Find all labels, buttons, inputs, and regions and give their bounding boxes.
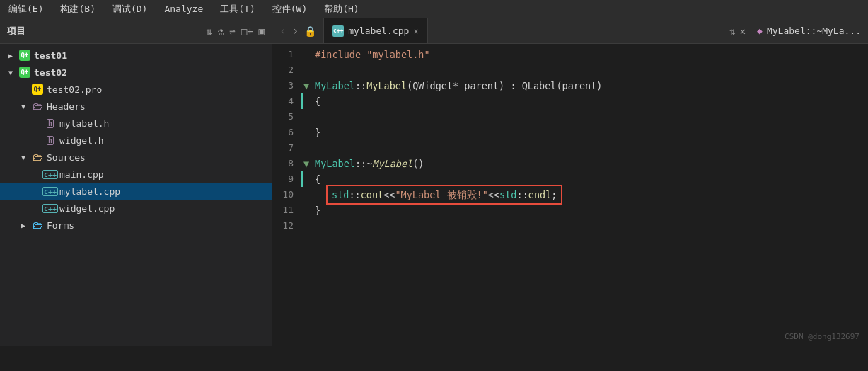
green-indicator-9 (301, 171, 303, 187)
tree-arrow-sources: ▼ (18, 152, 28, 162)
forward-button[interactable]: › (291, 23, 301, 39)
code-token: { (315, 173, 320, 185)
sidebar-item-test01[interactable]: ▶Qttest01 (0, 47, 272, 64)
code-line-4: { (301, 93, 868, 109)
code-token: () (412, 158, 424, 169)
code-line-1: #include "mylabel.h" (301, 47, 868, 62)
line-number-8: 8 (272, 156, 294, 171)
editor-area: ‹ › 🔒 c++ mylabel.cpp ✕ ⇅ ✕ ◆ MyLabel::~… (272, 18, 868, 346)
tree-arrow-forms: ▶ (18, 220, 28, 230)
code-token: :: (355, 158, 366, 169)
code-token: MyLabel (366, 80, 407, 91)
line-number-2: 2 (272, 62, 294, 78)
tree-icon-widgetcpp: c++ (44, 202, 57, 215)
fold-arrow-8[interactable]: ▼ (301, 156, 312, 171)
sidebar-item-widgetcpp[interactable]: c++widget.cpp (0, 200, 272, 217)
code-line-10: std::cout<<"MyLabel 被销毁!"<<std::endl; (301, 187, 868, 202)
sidebar-item-forms[interactable]: ▶🗁Forms (0, 217, 272, 234)
tab-close-button[interactable]: ✕ (413, 26, 418, 36)
sidebar-item-test02pro[interactable]: Qttest02.pro (0, 81, 272, 98)
code-token: (QWidget* parent) : QLabel(parent) (407, 80, 602, 91)
tree-label-test02pro: test02.pro (47, 84, 102, 95)
code-text-8: MyLabel::~MyLabel() (312, 156, 424, 171)
tree-icon-headers: 🗁 (31, 100, 44, 113)
menu-edit[interactable]: 编辑(E) (6, 1, 46, 17)
watermark: CSDN @dong132697 (785, 332, 860, 341)
editor-tab-mylabel-cpp[interactable]: c++ mylabel.cpp ✕ (324, 18, 427, 43)
code-line-5 (301, 109, 868, 125)
code-token: { (315, 96, 320, 107)
fold-arrow-3[interactable]: ▼ (301, 78, 312, 93)
code-line-2 (301, 62, 868, 78)
tree-label-sources: Sources (47, 152, 86, 163)
image-icon[interactable]: ▣ (259, 25, 265, 37)
code-line-11: } (301, 202, 868, 218)
code-text-4: { (312, 93, 320, 109)
tree-label-test02: test02 (34, 67, 67, 78)
main-layout: 项目 ⇅ ⚗ ⇌ □+ ▣ ▶Qttest01▼Qttest02Qttest02… (0, 18, 868, 346)
filter-icon[interactable]: ⚗ (218, 25, 224, 37)
line-number-10: 10 (272, 187, 294, 202)
code-text-10: std::cout<<"MyLabel 被销毁!"<<std::endl; (312, 185, 562, 205)
sidebar-item-widgeth[interactable]: hwidget.h (0, 132, 272, 149)
code-line-7 (301, 140, 868, 156)
editor-tab-nav: ‹ › 🔒 (272, 18, 324, 43)
sidebar-item-test02[interactable]: ▼Qttest02 (0, 64, 272, 81)
editor-tabbar: ‹ › 🔒 c++ mylabel.cpp ✕ ⇅ ✕ ◆ MyLabel::~… (272, 18, 868, 44)
class-indicator-icon: ◆ (757, 25, 763, 36)
line-number-1: 1 (272, 47, 294, 62)
sidebar-tree: ▶Qttest01▼Qttest02Qttest02.pro▼🗁Headersh… (0, 44, 272, 236)
code-line-8: ▼MyLabel::~MyLabel() (301, 156, 868, 171)
code-text-3: MyLabel::MyLabel(QWidget* parent) : QLab… (312, 78, 602, 93)
sidebar-item-headers[interactable]: ▼🗁Headers (0, 98, 272, 115)
line-number-11: 11 (272, 202, 294, 218)
sort-arrows[interactable]: ⇅ (729, 25, 735, 37)
sidebar-item-maincpp[interactable]: c++main.cpp (0, 166, 272, 183)
code-content[interactable]: #include "mylabel.h"▼MyLabel::MyLabel(QW… (301, 44, 868, 346)
sidebar-item-mylabelh[interactable]: hmylabel.h (0, 115, 272, 132)
tree-arrow-test01: ▶ (6, 50, 16, 60)
add-icon[interactable]: □+ (241, 25, 253, 37)
menu-help[interactable]: 帮助(H) (321, 1, 361, 17)
tree-icon-maincpp: c++ (44, 168, 57, 181)
code-text-11: } (312, 202, 320, 218)
sidebar-item-sources[interactable]: ▼🗁Sources (0, 149, 272, 166)
tree-icon-mylabelh: h (44, 117, 57, 130)
menu-debug[interactable]: 调试(D) (110, 1, 150, 17)
sidebar-header-icons: ⇅ ⚗ ⇌ □+ ▣ (206, 25, 265, 37)
code-token: :: (355, 80, 366, 91)
sidebar: 项目 ⇅ ⚗ ⇌ □+ ▣ ▶Qttest01▼Qttest02Qttest02… (0, 18, 272, 346)
tab-close-right[interactable]: ✕ (740, 25, 746, 37)
tree-arrow-test02: ▼ (6, 67, 16, 77)
tree-icon-test01: Qt (18, 49, 31, 62)
link-icon[interactable]: ⇌ (229, 25, 235, 37)
menu-analyze[interactable]: Analyze (161, 2, 206, 16)
menu-controls[interactable]: 控件(W) (270, 1, 310, 17)
sort-icon[interactable]: ⇅ (206, 25, 212, 37)
line-number-3: 3 (272, 78, 294, 93)
tree-label-forms: Forms (47, 220, 74, 231)
editor-tab-label: mylabel.cpp (348, 25, 409, 36)
line-number-12: 12 (272, 218, 294, 234)
line-number-6: 6 (272, 125, 294, 140)
code-line-3: ▼MyLabel::MyLabel(QWidget* parent) : QLa… (301, 78, 868, 93)
sidebar-item-mylabelcpp[interactable]: c++mylabel.cpp (0, 183, 272, 200)
menubar: 编辑(E) 构建(B) 调试(D) Analyze 工具(T) 控件(W) 帮助… (0, 0, 868, 18)
menu-build[interactable]: 构建(B) (57, 1, 98, 17)
code-line-12 (301, 218, 868, 234)
code-token: } (315, 127, 320, 138)
tab-right-area: ⇅ ✕ ◆ MyLabel::~MyLa... (428, 18, 868, 43)
code-token: MyLabel (372, 158, 412, 169)
breadcrumb-right: MyLabel::~MyLa... (767, 25, 861, 36)
line-number-7: 7 (272, 140, 294, 156)
code-token: MyLabel (315, 80, 355, 91)
code-token: } (315, 205, 320, 216)
line-numbers: 123456789101112 (272, 44, 301, 346)
menu-tools[interactable]: 工具(T) (217, 1, 257, 17)
tree-label-headers: Headers (47, 101, 86, 112)
green-indicator-4 (301, 93, 303, 109)
back-button[interactable]: ‹ (278, 23, 288, 39)
code-token: MyLabel (315, 158, 355, 169)
tree-label-mylabelh: mylabel.h (59, 118, 109, 129)
tree-icon-test02: Qt (18, 66, 31, 79)
